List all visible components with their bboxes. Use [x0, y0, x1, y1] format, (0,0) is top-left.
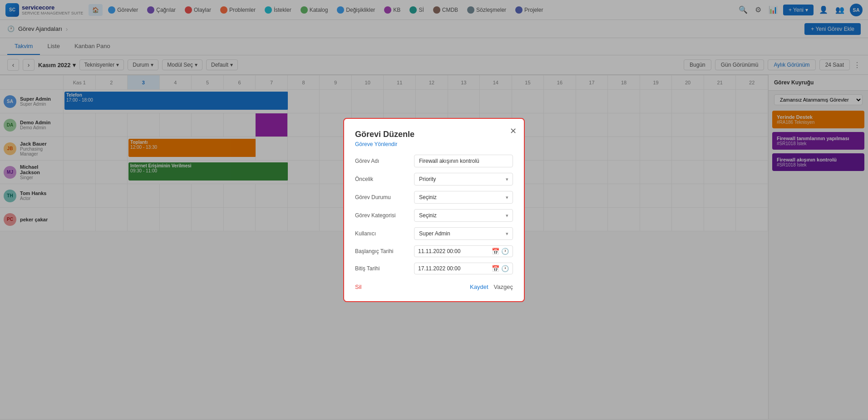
gorev-adi-label: Görev Adı [355, 158, 414, 164]
oncelik-select[interactable]: Priority Low Medium High [414, 173, 513, 186]
kullanici-select-wrap: Super Admin [414, 227, 513, 240]
baslangic-tarihi-wrap: 📅 🕐 [414, 245, 513, 257]
baslangic-tarihi-input[interactable] [418, 248, 490, 254]
bitis-calendar-icon[interactable]: 📅 [492, 265, 499, 272]
gorev-kategorisi-select[interactable]: Seçiniz [414, 209, 513, 222]
modal-redirect-link[interactable]: Göreve Yönlendir [355, 141, 513, 147]
bitis-tarihi-row: Bitiş Tarihi 📅 🕐 [355, 263, 513, 274]
modal-title: Görevi Düzenle [355, 130, 513, 139]
modal-overlay: Görevi Düzenle ✕ Göreve Yönlendir Görev … [0, 0, 868, 420]
modal-footer: Sil Kaydet Vazgeç [355, 283, 513, 290]
gorev-kategorisi-row: Görev Kategorisi Seçiniz [355, 209, 513, 222]
bitis-clock-icon[interactable]: 🕐 [501, 265, 509, 272]
modal-edit-task: Görevi Düzenle ✕ Göreve Yönlendir Görev … [343, 118, 525, 302]
oncelik-row: Öncelik Priority Low Medium High [355, 173, 513, 186]
bitis-tarihi-input[interactable] [418, 265, 490, 272]
gorev-adi-input[interactable] [414, 155, 513, 167]
modal-close-button[interactable]: ✕ [510, 126, 517, 136]
modal-save-button[interactable]: Kaydet [470, 283, 488, 290]
kullanici-select[interactable]: Super Admin [414, 227, 513, 240]
baslangic-clock-icon[interactable]: 🕐 [501, 248, 509, 255]
modal-cancel-button[interactable]: Vazgeç [494, 283, 513, 290]
baslangic-tarihi-label: Başlangıç Tarihi [355, 248, 414, 254]
gorev-durumu-select[interactable]: Seçiniz [414, 191, 513, 204]
modal-delete-button[interactable]: Sil [355, 283, 361, 290]
baslangic-calendar-icon[interactable]: 📅 [492, 248, 499, 255]
bitis-tarihi-wrap: 📅 🕐 [414, 263, 513, 274]
baslangic-tarihi-row: Başlangıç Tarihi 📅 🕐 [355, 245, 513, 257]
gorev-adi-row: Görev Adı [355, 155, 513, 167]
kullanici-label: Kullanıcı [355, 230, 414, 237]
gorev-durumu-select-wrap: Seçiniz [414, 191, 513, 204]
bitis-tarihi-label: Bitiş Tarihi [355, 265, 414, 272]
gorev-durumu-label: Görev Durumu [355, 194, 414, 200]
gorev-durumu-row: Görev Durumu Seçiniz [355, 191, 513, 204]
kullanici-row: Kullanıcı Super Admin [355, 227, 513, 240]
oncelik-select-wrap: Priority Low Medium High [414, 173, 513, 186]
gorev-kategorisi-select-wrap: Seçiniz [414, 209, 513, 222]
gorev-kategorisi-label: Görev Kategorisi [355, 212, 414, 219]
oncelik-label: Öncelik [355, 176, 414, 182]
